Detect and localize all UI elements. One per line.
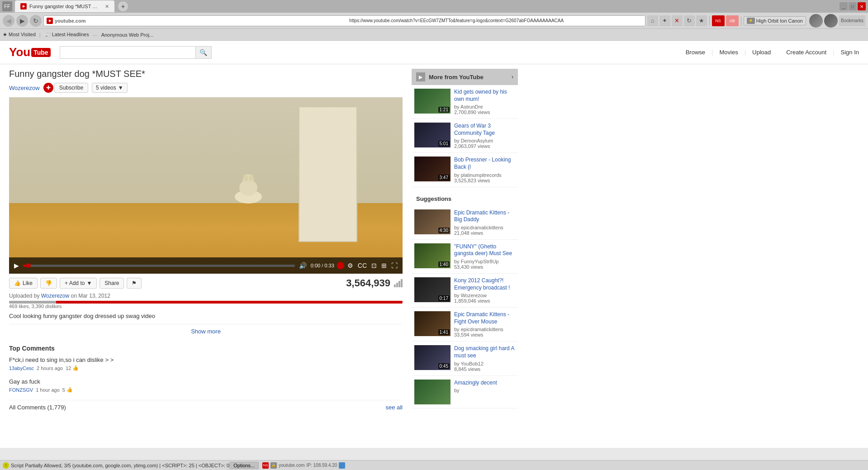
settings-button[interactable]: ⚙ [346, 262, 355, 269]
subscribe-button[interactable]: ✚ Subscribe [43, 83, 88, 93]
bookmark-icon2: 📰 [44, 32, 51, 37]
bar-chart-icon[interactable] [394, 279, 403, 287]
related-channel: by Wozerezow [454, 293, 515, 298]
related-video-item[interactable]: 1:41 Epic Dramatic Kittens - Fight Over … [412, 308, 518, 342]
bookmark-most-visited[interactable]: ★ Most Visited [3, 32, 36, 38]
related-video-item[interactable]: Amazingly decent by [412, 376, 518, 408]
show-more-button[interactable]: Show more [9, 324, 403, 338]
related-title[interactable]: Kid gets owned by his own mum! [454, 89, 515, 103]
url-bar[interactable]: ▶ youtube.com https://www.youtube.com/wa… [43, 15, 645, 26]
progress-bar[interactable] [23, 265, 295, 267]
back-button[interactable]: ◀ [3, 15, 14, 27]
volume-button[interactable]: 🔊 [298, 262, 308, 269]
comment-2-user[interactable]: FONZSGV [9, 387, 33, 393]
profile-avatar [809, 14, 823, 28]
stop-button[interactable]: ✕ [672, 15, 683, 26]
see-all-link[interactable]: see all [385, 404, 403, 411]
related-videos: 1:21 Kid gets owned by his own mum! by A… [412, 85, 518, 187]
maximize-button[interactable]: □ [849, 2, 857, 10]
bookmarks-button[interactable]: Bookmarks [839, 15, 865, 26]
video-player[interactable]: ▶ 🔊 0:00 / 0:33 ⚙ CC [9, 97, 403, 274]
adblock-button[interactable]: AB [726, 15, 739, 26]
related-channel: by [454, 388, 515, 393]
active-tab[interactable]: ▶ Funny gangster dog *MUST SEE* - You...… [15, 0, 114, 12]
search-button[interactable]: 🔍 [195, 46, 212, 59]
reload-button[interactable]: ↻ [30, 15, 42, 27]
related-video-item[interactable]: 0:45 Dog smacking girl hard A must see b… [412, 342, 518, 375]
video-actions: 👍 Like 👎 + Add to ▼ Share ⚑ 3,564,939 [9, 277, 403, 289]
movies-link[interactable]: Movies [719, 49, 738, 56]
related-title[interactable]: Amazingly decent [454, 380, 515, 387]
dropdown-arrow: ▼ [118, 85, 123, 91]
like-button[interactable]: 👍 Like [9, 278, 38, 289]
miniplayer-button[interactable]: ⊞ [380, 262, 388, 269]
dislike-button[interactable]: 👎 [40, 278, 57, 289]
subscribe-text[interactable]: Subscribe [54, 83, 88, 93]
close-button[interactable]: ✕ [858, 2, 866, 10]
related-title[interactable]: Epic Dramatic Kittens - Fight Over Mouse [454, 311, 515, 325]
play-pause-button[interactable]: ▶ [13, 262, 20, 269]
forward-button[interactable]: ▶ [16, 15, 28, 27]
youtube-logo[interactable]: You Tube [9, 45, 51, 59]
bar4 [401, 279, 403, 287]
minimize-button[interactable]: _ [840, 2, 848, 10]
related-info: Gears of War 3 Community Tage by DemonAs… [454, 123, 515, 149]
thumb-duration: 5:01 [438, 141, 450, 147]
window-controls: _ □ ✕ [840, 2, 866, 10]
bookmark-latest-headlines[interactable]: 📰 Latest Headlines [44, 32, 89, 38]
sidebar-youtube-icon: ▶ [416, 72, 425, 81]
related-title[interactable]: "FUNNY" (Ghetto gangsta deer) Must See [454, 243, 515, 257]
comment-1-user[interactable]: 13abyCesc [9, 366, 34, 371]
related-video-item[interactable]: 4:30 Epic Dramatic Kittens - Big Daddy b… [412, 206, 518, 240]
bookmark-anonymous-web[interactable]: Anonymous Web Proj... [101, 32, 153, 38]
home-button[interactable]: ⌂ [647, 15, 658, 26]
reload-btn2[interactable]: ↻ [684, 15, 695, 26]
related-info: Dog smacking girl hard A must see by You… [454, 345, 515, 371]
search-input[interactable] [60, 46, 195, 59]
related-thumb: 3:47 [414, 157, 451, 181]
upload-info: Uploaded by Wozerezow on Mar 13, 2012 [9, 293, 403, 299]
caption-button[interactable]: CC [356, 262, 368, 269]
related-video-item[interactable]: 3:47 Bob Pressner - Looking Back (l by p… [412, 153, 518, 187]
bar3 [398, 281, 400, 287]
create-account-link[interactable]: Create Account [786, 49, 826, 56]
like-bar [9, 301, 403, 304]
new-tab-button[interactable]: + [118, 1, 128, 11]
thumbs-icon1: 👍 [72, 365, 79, 371]
related-channel: by platinumpitrecords [454, 172, 515, 178]
record-button[interactable] [337, 262, 344, 269]
format-button[interactable]: ⊡ [370, 262, 378, 269]
related-title[interactable]: Kony 2012 Caught?! Emergency broadcast ! [454, 277, 515, 291]
browse-link[interactable]: Browse [686, 49, 705, 56]
sign-in-link[interactable]: Sign In [841, 49, 859, 56]
comment-2-likes: 5 👍 [62, 387, 73, 393]
channel-link[interactable]: Wozerezow [9, 85, 40, 91]
noscript-button[interactable]: NS [712, 15, 725, 26]
star-button[interactable]: ★ [696, 15, 707, 26]
uploader-link[interactable]: Wozerezow [41, 293, 69, 299]
url-path: https://www.youtube.com/watch?v=EEcGW7ZM… [349, 18, 642, 23]
related-video-item[interactable]: 1:40 "FUNNY" (Ghetto gangsta deer) Must … [412, 240, 518, 274]
related-title[interactable]: Dog smacking girl hard A must see [454, 345, 515, 359]
add-to-button[interactable]: + Add to ▼ [60, 278, 97, 289]
share-button[interactable]: Share [100, 278, 124, 289]
youtube-header: You Tube 🔍 Browse | Movies | Upload Crea… [0, 41, 868, 64]
related-title[interactable]: Bob Pressner - Looking Back (l [454, 157, 515, 171]
related-video-item[interactable]: 0:17 Kony 2012 Caught?! Emergency broadc… [412, 274, 518, 308]
related-title[interactable]: Gears of War 3 Community Tage [454, 123, 515, 137]
close-tab-button[interactable]: ✕ [105, 4, 109, 9]
flag-button[interactable]: ⚑ [127, 278, 142, 289]
separator [709, 16, 710, 25]
fullscreen-button[interactable]: ⛶ [390, 262, 399, 269]
related-video-item[interactable]: 5:01 Gears of War 3 Community Tage by De… [412, 119, 518, 153]
related-title[interactable]: Epic Dramatic Kittens - Big Daddy [454, 209, 515, 223]
hoic-button[interactable]: ⚡ High Orbit Ion Canon [744, 16, 806, 25]
related-views: 2,700,890 views [454, 109, 515, 115]
related-video-item[interactable]: 1:21 Kid gets owned by his own mum! by A… [412, 85, 518, 119]
videos-count[interactable]: 5 videos ▼ [92, 83, 128, 93]
history-button[interactable]: ✦ [659, 15, 670, 26]
video-description: Cool looking funny gangster dog dressed … [9, 313, 403, 319]
upload-link[interactable]: Upload [752, 49, 771, 56]
youtube-page: You Tube 🔍 Browse | Movies | Upload Crea… [0, 41, 868, 448]
tab-favicon: ▶ [20, 3, 27, 9]
